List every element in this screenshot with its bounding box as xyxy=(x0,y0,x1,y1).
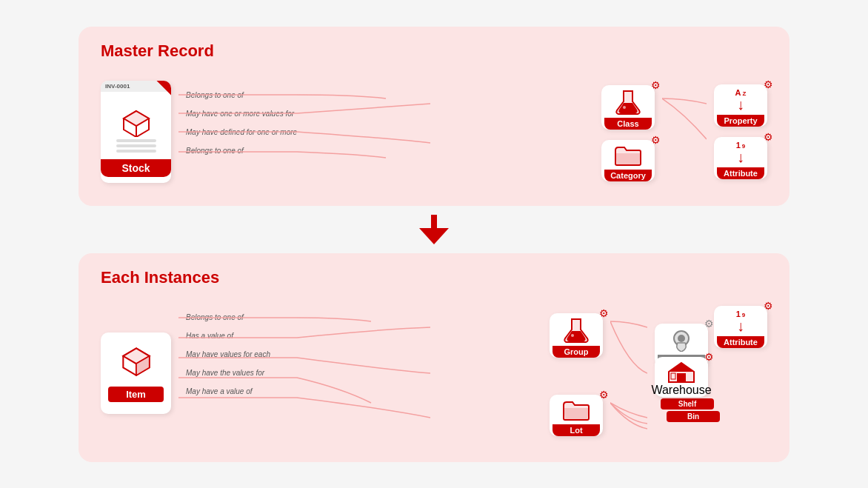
svg-marker-1 xyxy=(124,111,149,126)
category-gear-icon: ⚙ xyxy=(651,134,661,146)
class-label: Class xyxy=(604,118,652,130)
category-label: Category xyxy=(604,170,652,181)
attribute-gear-icon-master: ⚙ xyxy=(764,131,773,143)
group-badge: ⚙ Group xyxy=(550,313,603,358)
inst-conn-4: May have the values for xyxy=(186,364,270,382)
master-record-content: INV-0001 Stock Belongs to one of May hav… xyxy=(101,73,767,191)
warehouse-label: Warehouse xyxy=(651,384,711,397)
class-badge: ⚙ Class xyxy=(601,85,655,130)
conn-2: May have one or more values for xyxy=(186,104,297,123)
instances-middle-badges: ⚙ Group ⚙ Lot xyxy=(550,310,603,436)
each-instances-panel: Each Instances Item Belongs to one of Ha… xyxy=(79,253,789,462)
card-line-2 xyxy=(116,144,156,147)
property-gear-icon: ⚙ xyxy=(764,78,773,90)
bin-badge: Bin xyxy=(667,411,720,422)
attribute-label-instances: Attribute xyxy=(717,336,764,348)
svg-point-11 xyxy=(571,334,574,337)
warehouse-gear-icon: ⚙ xyxy=(704,351,714,363)
lot-gear-icon: ⚙ xyxy=(599,389,609,401)
item-cube-icon xyxy=(117,344,156,376)
class-gear-icon: ⚙ xyxy=(651,79,661,91)
master-right-connectors xyxy=(662,73,707,191)
master-connections-area: Belongs to one of May have one or more v… xyxy=(178,73,594,191)
conn-4: Belongs to one of xyxy=(186,141,297,160)
lot-label: Lot xyxy=(552,424,600,436)
warehouse-stack: ⚙ Warehouse Shelf Bin xyxy=(655,357,720,422)
instances-connection-texts: Belongs to one of Has a value of May hav… xyxy=(186,308,270,401)
warehouse-badge: ⚙ Warehouse xyxy=(655,357,708,397)
lot-badge: ⚙ Lot xyxy=(550,395,603,436)
item-label: Item xyxy=(108,387,164,402)
card-line-1 xyxy=(116,139,156,142)
inst-conn-1: Belongs to one of xyxy=(186,308,270,327)
stock-label: Stock xyxy=(101,159,171,177)
class-flask-icon xyxy=(614,90,642,115)
shelf-badge: Shelf xyxy=(661,398,714,410)
instances-connections-area: Belongs to one of Has a value of May hav… xyxy=(178,299,542,447)
property-label: Property xyxy=(717,115,764,127)
group-flask-icon xyxy=(562,318,590,343)
group-label: Group xyxy=(552,346,600,358)
inst-conn-2: Has a value of xyxy=(186,327,270,345)
attribute-badge-instances: ⚙ 1 9 ↓ Attribute xyxy=(714,306,767,348)
conn-1: Belongs to one of xyxy=(186,86,297,104)
arrow-down-divider xyxy=(79,215,789,244)
instances-right-svg xyxy=(610,299,647,447)
svg-point-5 xyxy=(623,106,626,109)
master-record-panel: Master Record INV-0001 Stock Belong xyxy=(79,27,789,206)
svg-rect-16 xyxy=(677,373,686,382)
attribute-label-master: Attribute xyxy=(717,167,764,179)
master-middle-badges: ⚙ Class ⚙ Category xyxy=(601,82,655,181)
category-badge: ⚙ Category xyxy=(601,140,655,181)
master-record-title: Master Record xyxy=(101,41,767,61)
card-line-3 xyxy=(116,150,156,153)
group-gear-icon: ⚙ xyxy=(599,307,609,319)
instances-right-connectors xyxy=(610,299,647,447)
warehouse-house-icon xyxy=(667,361,695,384)
inst-conn-3: May have values for each xyxy=(186,345,270,364)
attribute-sort-icon-instances: 1 9 ↓ xyxy=(736,310,746,333)
inst-conn-5: May have a value of xyxy=(186,382,270,401)
item-card: Item xyxy=(101,332,171,414)
location-pin-icon xyxy=(667,328,695,352)
property-badge: ⚙ A Z ↓ Property xyxy=(714,84,767,127)
master-right-badges: ⚙ A Z ↓ Property ⚙ 1 9 xyxy=(714,84,767,179)
svg-rect-17 xyxy=(671,373,675,379)
attribute-sort-icon-master: 1 9 ↓ xyxy=(736,141,746,164)
category-folder-icon xyxy=(614,144,642,167)
instances-right-badges: ⚙ Location ⚙ 1 9 ↓ Attribute xyxy=(655,324,767,422)
lot-folder-icon xyxy=(562,399,590,421)
svg-point-13 xyxy=(678,335,685,342)
svg-marker-15 xyxy=(669,363,694,372)
attribute-gear-icon-instances: ⚙ xyxy=(764,300,773,312)
attribute-badge-master: ⚙ 1 9 ↓ Attribute xyxy=(714,137,767,179)
property-sort-icon: A Z ↓ xyxy=(735,89,747,112)
each-instances-title: Each Instances xyxy=(101,268,767,287)
master-connection-texts: Belongs to one of May have one or more v… xyxy=(186,86,297,160)
location-gear-icon: ⚙ xyxy=(704,318,714,330)
each-instances-content: Item Belongs to one of Has a value of Ma… xyxy=(101,299,767,447)
card-lines xyxy=(110,101,162,155)
master-right-svg xyxy=(662,73,707,191)
conn-3: May have defined for one or more xyxy=(186,123,297,141)
stock-card: INV-0001 Stock xyxy=(101,81,171,183)
